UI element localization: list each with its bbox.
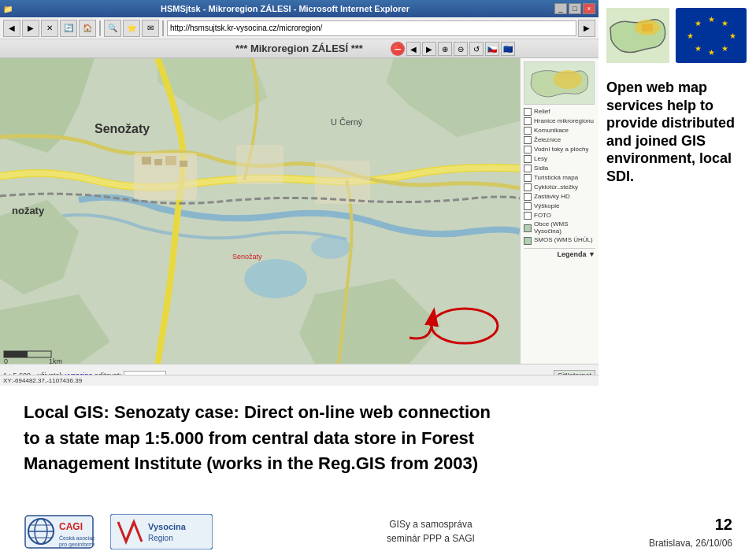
coordinates-bar: XY:-694482.37,-1107436.39 xyxy=(0,375,598,386)
forward-button[interactable]: ▶ xyxy=(22,20,39,37)
back-button[interactable]: ◀ xyxy=(3,20,20,37)
maps-area: ★ ★ ★ ★ ★ ★ ★ ★ xyxy=(606,8,748,63)
window-controls[interactable]: _ □ × xyxy=(554,3,595,14)
svg-rect-10 xyxy=(236,145,284,184)
right-panel: ★ ★ ★ ★ ★ ★ ★ ★ Open web map services he… xyxy=(598,0,756,386)
svg-rect-15 xyxy=(180,161,187,167)
search-button[interactable]: 🔍 xyxy=(104,20,121,37)
legend-checkbox-cyklotour[interactable] xyxy=(524,183,532,191)
stop-nav-icon[interactable]: ⛔ xyxy=(391,42,405,56)
caption-line2: to a state map 1:5.000 from central data… xyxy=(24,427,732,450)
svg-text:Senožaty: Senožaty xyxy=(232,253,262,261)
window-title: HSMSjtsk - Mikroregion ZÁLESI - Microsof… xyxy=(16,4,554,13)
legend-foto: FOTO xyxy=(524,212,595,220)
svg-text:pro geoinformace: pro geoinformace xyxy=(59,542,94,548)
legend-lesy: Lesy xyxy=(524,155,595,163)
svg-text:0: 0 xyxy=(4,357,8,364)
coordinates-display: XY:-694482.37,-1107436.39 xyxy=(3,377,82,384)
map-header-bar: ⛔ ◀ ▶ ⊕ ⊖ ↺ 🇨🇿 🇪🇺 *** Mikroregion ZÁLESÍ… xyxy=(0,39,598,58)
map-main[interactable]: Senožaty U Černý nožaty Senožaty 0 1km xyxy=(0,58,520,364)
svg-point-7 xyxy=(244,259,307,298)
legend-checkbox-zastavky[interactable] xyxy=(524,193,532,201)
legend-checkbox-smos[interactable] xyxy=(524,237,532,245)
map-toolbar: ◀ ▶ ✕ 🔄 🏠 🔍 ⭐ ✉ ▶ xyxy=(0,17,598,39)
thumbnail-map xyxy=(524,61,595,105)
footer: CAGI Česká asociace pro geoinformace Vys… xyxy=(0,508,756,555)
legend-checkbox-sidla[interactable] xyxy=(524,165,532,172)
nav-icon-5[interactable]: ↺ xyxy=(469,42,484,56)
legend-relief: Relief xyxy=(524,108,595,116)
legend-checkbox-turisticka[interactable] xyxy=(524,174,532,182)
svg-text:★: ★ xyxy=(721,19,728,28)
svg-text:Česká asociace: Česká asociace xyxy=(59,535,94,541)
footer-date: Bratislava, 26/10/06 xyxy=(649,536,732,550)
map-container: 📁 HSMSjtsk - Mikroregion ZÁLESI - Micros… xyxy=(0,0,598,386)
legend-smos-wms: SMOS (WMS ÚHÚL) xyxy=(524,237,595,245)
legend-checkbox-relief[interactable] xyxy=(524,108,532,116)
thumbnail-svg xyxy=(524,62,595,105)
close-button[interactable]: × xyxy=(583,3,595,14)
maximize-button[interactable]: □ xyxy=(569,3,581,14)
map-legend: Relief Hranice mikroregionu Komunikace Ž… xyxy=(520,58,598,364)
refresh-button[interactable]: 🔄 xyxy=(60,20,77,37)
map-svg: Senožaty U Černý nožaty Senožaty 0 1km xyxy=(0,58,520,364)
legend-title: Legenda ▼ xyxy=(524,248,595,258)
svg-rect-49 xyxy=(110,514,213,549)
cz-map xyxy=(606,8,669,63)
svg-text:Senožaty: Senožaty xyxy=(94,122,150,135)
nav-icon-2[interactable]: ▶ xyxy=(422,42,436,56)
legend-checkbox-komunikace[interactable] xyxy=(524,127,532,135)
legend-cyklotour: Cyklotúr..stežky xyxy=(524,183,595,191)
svg-rect-12 xyxy=(142,157,151,165)
favorites-button[interactable]: ⭐ xyxy=(123,20,140,37)
nav-icon-4[interactable]: ⊖ xyxy=(454,42,468,56)
toolbar-sep2 xyxy=(162,20,164,36)
legend-checkbox-lesy[interactable] xyxy=(524,155,532,163)
legend-checkbox-obce[interactable] xyxy=(524,224,532,232)
vysocina-logo: Vysocina Region xyxy=(110,514,213,549)
svg-text:U Černý: U Černý xyxy=(331,117,363,127)
mail-button[interactable]: ✉ xyxy=(142,20,159,37)
svg-text:★: ★ xyxy=(695,19,702,28)
address-bar[interactable] xyxy=(167,20,576,36)
svg-point-8 xyxy=(311,235,350,259)
nav-icon-3[interactable]: ⊕ xyxy=(438,42,452,56)
legend-vodni: Vodní toky a plochy xyxy=(524,146,595,154)
description-text: Open web map services help to provide di… xyxy=(606,79,748,185)
svg-text:1km: 1km xyxy=(49,357,62,364)
map-header-title: *** Mikroregion ZÁLESÍ *** xyxy=(235,43,363,54)
go-button[interactable]: ▶ xyxy=(578,20,595,37)
svg-text:★: ★ xyxy=(708,15,715,24)
svg-text:nožaty: nožaty xyxy=(12,205,45,216)
caption-line3: Management Institute (works in the Reg.G… xyxy=(24,453,732,475)
svg-text:★: ★ xyxy=(687,31,694,40)
legend-checkbox-vodni[interactable] xyxy=(524,146,532,154)
legend-vyskopie: Výškopie xyxy=(524,202,595,210)
svg-point-27 xyxy=(554,70,582,89)
top-section: 📁 HSMSjtsk - Mikroregion ZÁLESI - Micros… xyxy=(0,0,756,386)
stop-button[interactable]: ✕ xyxy=(41,20,58,37)
legend-checkbox-zeleznice[interactable] xyxy=(524,136,532,144)
window-chrome: 📁 HSMSjtsk - Mikroregion ZÁLESI - Micros… xyxy=(0,0,598,17)
minimize-button[interactable]: _ xyxy=(554,3,567,14)
legend-komunikace: Komunikace xyxy=(524,127,595,135)
footer-center: GISy a samospráva seminár PPP a SAGI xyxy=(228,517,633,546)
legend-sidla: Sídla xyxy=(524,165,595,172)
toolbar-sep1 xyxy=(99,20,101,36)
footer-center-line2: seminár PPP a SAGI xyxy=(228,531,633,546)
footer-center-line1: GISy a samospráva xyxy=(228,517,633,531)
svg-text:★: ★ xyxy=(695,44,702,53)
legend-checkbox-vyskopie[interactable] xyxy=(524,202,532,210)
flag-eu: 🇪🇺 xyxy=(501,42,515,56)
legend-zeleznice: Železnice xyxy=(524,136,595,144)
caption-line1: Local GIS: Senozaty case: Direct on-line… xyxy=(24,401,732,424)
eu-flag-svg: ★ ★ ★ ★ ★ ★ ★ ★ xyxy=(676,8,747,63)
legend-checkbox-foto[interactable] xyxy=(524,212,532,220)
legend-checkbox-hranice[interactable] xyxy=(524,117,532,125)
svg-rect-21 xyxy=(4,351,28,357)
nav-icon-1[interactable]: ◀ xyxy=(406,42,421,56)
home-button[interactable]: 🏠 xyxy=(79,20,96,37)
legend-turisticka: Turistická mapa xyxy=(524,174,595,182)
svg-text:Vysocina: Vysocina xyxy=(148,522,187,531)
svg-rect-11 xyxy=(315,161,370,204)
